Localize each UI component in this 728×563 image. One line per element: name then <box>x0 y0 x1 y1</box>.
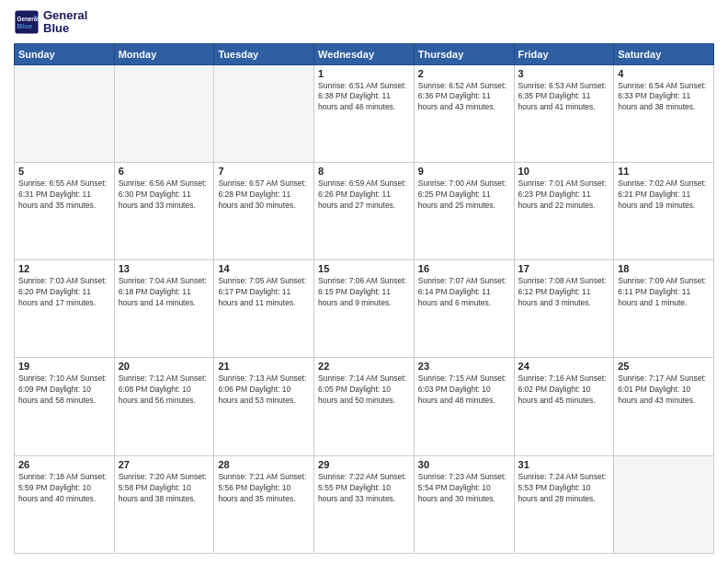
day-number: 19 <box>18 361 110 372</box>
cell-text: Sunrise: 7:06 AM Sunset: 6:15 PM Dayligh… <box>318 276 410 309</box>
calendar-cell: 27Sunrise: 7:20 AM Sunset: 5:58 PM Dayli… <box>114 455 214 553</box>
logo: General Blue GeneralBlue <box>14 9 87 36</box>
calendar-cell: 30Sunrise: 7:23 AM Sunset: 5:54 PM Dayli… <box>414 455 514 553</box>
cell-text: Sunrise: 7:05 AM Sunset: 6:17 PM Dayligh… <box>218 276 310 309</box>
calendar-cell <box>614 455 714 553</box>
calendar-cell: 12Sunrise: 7:03 AM Sunset: 6:20 PM Dayli… <box>15 260 115 358</box>
day-number: 28 <box>218 459 310 470</box>
logo-icon: General Blue <box>14 9 40 35</box>
cell-text: Sunrise: 7:04 AM Sunset: 6:18 PM Dayligh… <box>119 276 210 309</box>
calendar-cell: 7Sunrise: 6:57 AM Sunset: 6:28 PM Daylig… <box>214 162 314 259</box>
calendar-body: 1Sunrise: 6:51 AM Sunset: 6:38 PM Daylig… <box>15 64 714 553</box>
cell-text: Sunrise: 7:21 AM Sunset: 5:56 PM Dayligh… <box>218 472 310 505</box>
day-number: 20 <box>119 361 210 372</box>
day-number: 1 <box>318 68 410 79</box>
cell-text: Sunrise: 7:09 AM Sunset: 6:11 PM Dayligh… <box>618 276 710 309</box>
day-number: 16 <box>418 263 510 274</box>
header: General Blue GeneralBlue <box>14 9 714 36</box>
cell-text: Sunrise: 7:10 AM Sunset: 6:09 PM Dayligh… <box>18 373 110 407</box>
cell-text: Sunrise: 6:52 AM Sunset: 6:36 PM Dayligh… <box>418 81 510 114</box>
cell-text: Sunrise: 7:20 AM Sunset: 5:58 PM Dayligh… <box>119 472 210 505</box>
day-number: 13 <box>119 263 210 274</box>
calendar-cell: 17Sunrise: 7:08 AM Sunset: 6:12 PM Dayli… <box>514 260 614 358</box>
calendar-cell: 3Sunrise: 6:53 AM Sunset: 6:35 PM Daylig… <box>514 64 614 162</box>
day-number: 26 <box>18 459 110 470</box>
week-row-1: 1Sunrise: 6:51 AM Sunset: 6:38 PM Daylig… <box>15 64 714 162</box>
day-number: 6 <box>119 166 210 177</box>
cell-text: Sunrise: 7:18 AM Sunset: 5:59 PM Dayligh… <box>18 472 110 505</box>
page: General Blue GeneralBlue SundayMondayTue… <box>0 0 728 563</box>
calendar-cell: 11Sunrise: 7:02 AM Sunset: 6:21 PM Dayli… <box>614 162 714 259</box>
day-number: 30 <box>418 459 510 470</box>
cell-text: Sunrise: 7:16 AM Sunset: 6:02 PM Dayligh… <box>518 373 610 407</box>
cell-text: Sunrise: 7:17 AM Sunset: 6:01 PM Dayligh… <box>618 373 710 407</box>
calendar-cell: 19Sunrise: 7:10 AM Sunset: 6:09 PM Dayli… <box>15 358 115 455</box>
calendar-cell: 8Sunrise: 6:59 AM Sunset: 6:26 PM Daylig… <box>314 162 415 259</box>
calendar-cell: 20Sunrise: 7:12 AM Sunset: 6:08 PM Dayli… <box>114 358 214 455</box>
cell-text: Sunrise: 7:13 AM Sunset: 6:06 PM Dayligh… <box>218 373 310 407</box>
day-number: 9 <box>418 166 510 177</box>
day-number: 2 <box>418 68 510 79</box>
week-row-4: 19Sunrise: 7:10 AM Sunset: 6:09 PM Dayli… <box>15 358 714 455</box>
calendar-cell: 13Sunrise: 7:04 AM Sunset: 6:18 PM Dayli… <box>114 260 214 358</box>
calendar-cell: 29Sunrise: 7:22 AM Sunset: 5:55 PM Dayli… <box>314 455 415 553</box>
calendar-cell <box>114 64 214 162</box>
cell-text: Sunrise: 6:54 AM Sunset: 6:33 PM Dayligh… <box>618 81 710 114</box>
day-number: 11 <box>618 166 710 177</box>
calendar-cell: 31Sunrise: 7:24 AM Sunset: 5:53 PM Dayli… <box>514 455 614 553</box>
day-number: 7 <box>218 166 310 177</box>
week-row-3: 12Sunrise: 7:03 AM Sunset: 6:20 PM Dayli… <box>15 260 714 358</box>
cell-text: Sunrise: 7:15 AM Sunset: 6:03 PM Dayligh… <box>418 373 510 407</box>
cell-text: Sunrise: 7:23 AM Sunset: 5:54 PM Dayligh… <box>418 472 510 505</box>
calendar-cell: 10Sunrise: 7:01 AM Sunset: 6:23 PM Dayli… <box>514 162 614 259</box>
weekday-header-tuesday: Tuesday <box>214 43 314 64</box>
day-number: 24 <box>518 361 610 372</box>
calendar-cell: 1Sunrise: 6:51 AM Sunset: 6:38 PM Daylig… <box>314 64 415 162</box>
day-number: 25 <box>618 361 710 372</box>
day-number: 8 <box>318 166 410 177</box>
week-row-5: 26Sunrise: 7:18 AM Sunset: 5:59 PM Dayli… <box>15 455 714 553</box>
calendar-cell: 9Sunrise: 7:00 AM Sunset: 6:25 PM Daylig… <box>414 162 514 259</box>
calendar-cell: 26Sunrise: 7:18 AM Sunset: 5:59 PM Dayli… <box>15 455 115 553</box>
cell-text: Sunrise: 7:07 AM Sunset: 6:14 PM Dayligh… <box>418 276 510 309</box>
calendar-cell: 14Sunrise: 7:05 AM Sunset: 6:17 PM Dayli… <box>214 260 314 358</box>
day-number: 15 <box>318 263 410 274</box>
cell-text: Sunrise: 7:02 AM Sunset: 6:21 PM Dayligh… <box>618 178 710 212</box>
weekday-row: SundayMondayTuesdayWednesdayThursdayFrid… <box>15 43 714 64</box>
cell-text: Sunrise: 6:55 AM Sunset: 6:31 PM Dayligh… <box>18 178 110 212</box>
calendar-cell: 6Sunrise: 6:56 AM Sunset: 6:30 PM Daylig… <box>114 162 214 259</box>
cell-text: Sunrise: 7:14 AM Sunset: 6:05 PM Dayligh… <box>318 373 410 407</box>
cell-text: Sunrise: 7:22 AM Sunset: 5:55 PM Dayligh… <box>318 472 410 505</box>
weekday-header-wednesday: Wednesday <box>314 43 415 64</box>
weekday-header-friday: Friday <box>514 43 614 64</box>
day-number: 31 <box>518 459 610 470</box>
calendar-cell: 28Sunrise: 7:21 AM Sunset: 5:56 PM Dayli… <box>214 455 314 553</box>
weekday-header-monday: Monday <box>114 43 214 64</box>
day-number: 4 <box>618 68 710 79</box>
day-number: 23 <box>418 361 510 372</box>
calendar-cell <box>214 64 314 162</box>
calendar-cell: 24Sunrise: 7:16 AM Sunset: 6:02 PM Dayli… <box>514 358 614 455</box>
calendar-cell: 18Sunrise: 7:09 AM Sunset: 6:11 PM Dayli… <box>614 260 714 358</box>
cell-text: Sunrise: 6:51 AM Sunset: 6:38 PM Dayligh… <box>318 81 410 114</box>
day-number: 18 <box>618 263 710 274</box>
weekday-header-sunday: Sunday <box>15 43 115 64</box>
day-number: 29 <box>318 459 410 470</box>
calendar-cell <box>15 64 115 162</box>
cell-text: Sunrise: 7:08 AM Sunset: 6:12 PM Dayligh… <box>518 276 610 309</box>
calendar-cell: 16Sunrise: 7:07 AM Sunset: 6:14 PM Dayli… <box>414 260 514 358</box>
cell-text: Sunrise: 7:03 AM Sunset: 6:20 PM Dayligh… <box>18 276 110 309</box>
day-number: 21 <box>218 361 310 372</box>
calendar-cell: 22Sunrise: 7:14 AM Sunset: 6:05 PM Dayli… <box>314 358 415 455</box>
calendar-cell: 15Sunrise: 7:06 AM Sunset: 6:15 PM Dayli… <box>314 260 415 358</box>
svg-text:Blue: Blue <box>17 22 33 30</box>
cell-text: Sunrise: 6:57 AM Sunset: 6:28 PM Dayligh… <box>218 178 310 212</box>
cell-text: Sunrise: 6:59 AM Sunset: 6:26 PM Dayligh… <box>318 178 410 212</box>
cell-text: Sunrise: 7:01 AM Sunset: 6:23 PM Dayligh… <box>518 178 610 212</box>
cell-text: Sunrise: 6:53 AM Sunset: 6:35 PM Dayligh… <box>518 81 610 114</box>
calendar-cell: 25Sunrise: 7:17 AM Sunset: 6:01 PM Dayli… <box>614 358 714 455</box>
calendar-cell: 2Sunrise: 6:52 AM Sunset: 6:36 PM Daylig… <box>414 64 514 162</box>
weekday-header-thursday: Thursday <box>414 43 514 64</box>
cell-text: Sunrise: 7:24 AM Sunset: 5:53 PM Dayligh… <box>518 472 610 505</box>
day-number: 5 <box>18 166 110 177</box>
